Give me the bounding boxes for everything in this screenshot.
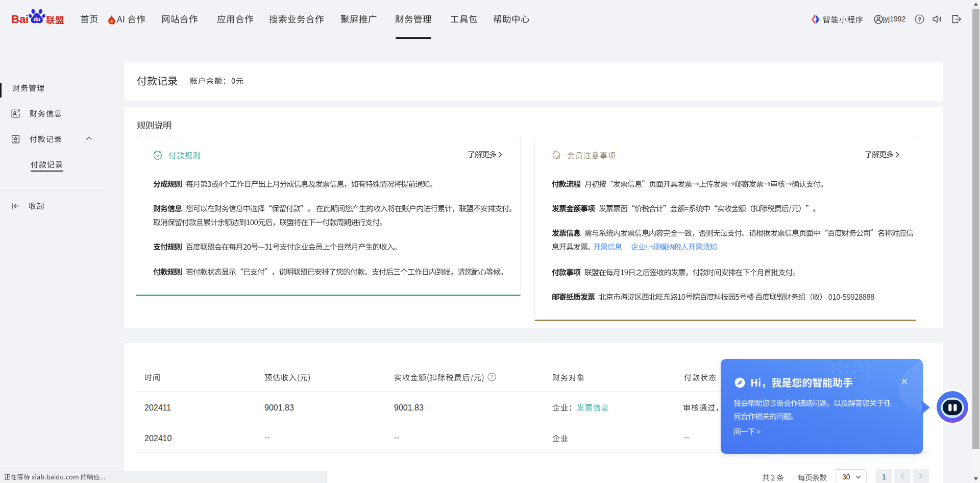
svg-text:?: ? bbox=[491, 374, 494, 380]
svg-text:du: du bbox=[34, 16, 40, 22]
svg-text:?: ? bbox=[918, 16, 921, 22]
